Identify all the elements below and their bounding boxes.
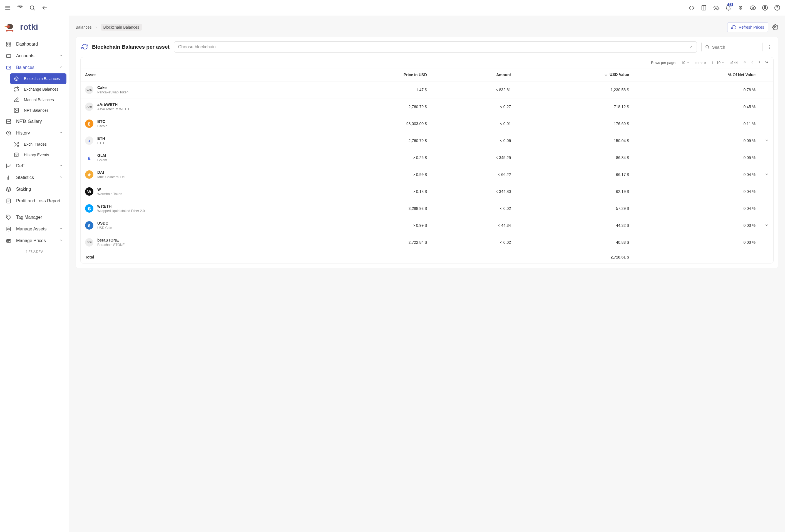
expand-row-button[interactable] — [764, 139, 769, 144]
sidebar-item-statistics[interactable]: Statistics — [2, 172, 67, 183]
refresh-icon[interactable] — [81, 43, 89, 51]
table-row[interactable]: ₿BTCBitcoin98,003.00 $< 0.01176.69 $0.11… — [81, 115, 773, 132]
cell-price: 98,003.00 $ — [319, 115, 431, 132]
asset-symbol: beraSTONE — [97, 238, 125, 243]
breadcrumb-current: Blockchain Balances — [101, 24, 142, 31]
col-expand — [760, 68, 773, 81]
asset-icon: ₿ — [85, 120, 94, 128]
asset-icon: ♦ — [85, 136, 94, 145]
sidebar-item-label: Manage Assets — [16, 227, 46, 231]
notifications-icon[interactable]: 13 — [725, 4, 732, 11]
cell-pct: 0.45 % — [633, 98, 760, 115]
nft-icon — [14, 107, 20, 113]
more-menu-icon[interactable]: ⋮ — [767, 45, 773, 50]
chart-line-icon — [5, 163, 12, 169]
col-price[interactable]: Price in USD — [319, 68, 431, 81]
table-row[interactable]: ǥGLMGolem> 0.25 $< 345.2586.84 $0.05 % — [81, 149, 773, 166]
col-usd[interactable]: USD Value — [515, 68, 633, 81]
currency-icon[interactable]: $ — [737, 4, 744, 11]
refresh-prices-button[interactable]: Refresh Prices — [727, 22, 768, 32]
expand-row-button[interactable] — [764, 224, 769, 228]
sidebar-item-balances[interactable]: Balances — [2, 62, 67, 73]
logo-text: rotki — [20, 22, 38, 32]
account-icon[interactable] — [762, 4, 768, 11]
cell-price: 1.47 $ — [319, 81, 431, 98]
cell-price: > 0.18 $ — [319, 183, 431, 200]
cell-pct: 0.03 % — [633, 234, 760, 251]
cell-amount: < 44.34 — [431, 217, 515, 234]
shuffle-icon — [14, 141, 20, 147]
back-icon[interactable] — [41, 4, 48, 11]
sidebar-item-nft-balances[interactable]: NFT Balances — [10, 105, 67, 116]
sidebar-item-label: DeFi — [16, 163, 26, 169]
asset-symbol: Cake — [97, 85, 128, 90]
sidebar-item-history-events[interactable]: History Events — [10, 150, 67, 160]
expand-row-button[interactable] — [764, 173, 769, 177]
sidebar-item-defi[interactable]: DeFi — [2, 160, 67, 172]
search-box[interactable] — [701, 42, 762, 52]
settings-icon[interactable] — [772, 24, 778, 30]
sidebar-item-exchange-balances[interactable]: Exchange Balances — [10, 84, 67, 95]
breadcrumb-root[interactable]: Balances — [76, 25, 92, 29]
search-icon[interactable] — [29, 4, 35, 11]
pager-first-button[interactable] — [743, 60, 747, 65]
menu-icon[interactable] — [4, 4, 11, 11]
book-icon[interactable] — [701, 4, 707, 11]
wallet-icon — [5, 53, 12, 59]
sidebar-item-label: Balances — [16, 65, 34, 70]
visibility-icon[interactable] — [750, 4, 756, 11]
items-range-dropdown[interactable]: 1 - 10 — [711, 60, 725, 65]
breadcrumb: Balances Blockchain Balances — [76, 24, 142, 31]
rows-per-page-dropdown[interactable]: 10 — [681, 60, 689, 65]
col-pct[interactable]: % Of Net Value — [633, 68, 760, 81]
search-input[interactable] — [712, 45, 759, 49]
col-amount[interactable]: Amount — [431, 68, 515, 81]
sidebar-item-manual-balances[interactable]: Manual Balances — [10, 95, 67, 105]
help-icon[interactable] — [774, 4, 781, 11]
events-icon — [14, 152, 20, 158]
sidebar-item-manage-prices[interactable]: Manage Prices — [2, 235, 67, 247]
svg-rect-36 — [7, 45, 8, 46]
logo[interactable]: rotki — [2, 18, 67, 39]
cell-price: 2,760.79 $ — [319, 98, 431, 115]
asset-name: Wrapped liquid staked Ether 2.0 — [97, 209, 145, 213]
table-row[interactable]: ♦ETHETH2,760.79 $< 0.06150.04 $0.09 % — [81, 132, 773, 149]
table-row[interactable]: BERberaSTONEBerachain STONE2,722.84 $< 0… — [81, 234, 773, 251]
sidebar-item-pnl[interactable]: Profit and Loss Report — [2, 195, 67, 207]
theme-icon[interactable] — [713, 4, 719, 11]
stats-icon — [5, 175, 12, 181]
svg-point-59 — [7, 227, 10, 228]
asset-name: Golem — [97, 158, 107, 162]
table-row[interactable]: ◐wstETHWrapped liquid staked Ether 2.03,… — [81, 200, 773, 217]
table-row[interactable]: CAKCakePancakeSwap Token1.47 $< 832.611,… — [81, 81, 773, 98]
pager-last-button[interactable] — [764, 60, 769, 65]
sidebar-item-label: Manage Prices — [16, 238, 46, 243]
cell-pct: 0.11 % — [633, 115, 760, 132]
blockchain-dropdown[interactable]: Choose blockchain — [174, 42, 697, 53]
sidebar-item-exch-trades[interactable]: Exch. Trades — [10, 139, 67, 150]
table-row[interactable]: ◈DAIMulti Collateral Dai> 0.99 $< 66.226… — [81, 166, 773, 183]
sidebar-item-accounts[interactable]: Accounts — [2, 50, 67, 62]
pager-prev-button[interactable] — [750, 60, 754, 65]
tag-icon — [5, 214, 12, 221]
table-row[interactable]: AARaArbWETHAave Arbitrum WETH2,760.79 $<… — [81, 98, 773, 115]
code-icon[interactable] — [688, 4, 695, 11]
cell-pct: 0.04 % — [633, 183, 760, 200]
sidebar-item-manage-assets[interactable]: Manage Assets — [2, 223, 67, 235]
sidebar-item-blockchain-balances[interactable]: Blockchain Balances — [10, 73, 67, 84]
asset-name: USD Coin — [97, 226, 112, 230]
sidebar-item-staking[interactable]: Staking — [2, 183, 67, 195]
col-asset[interactable]: Asset — [81, 68, 319, 81]
sidebar-item-history[interactable]: History — [2, 127, 67, 139]
privacy-icon[interactable] — [17, 4, 23, 11]
sidebar-item-nfts-gallery[interactable]: NFTs Gallery — [2, 116, 67, 127]
sidebar-item-dashboard[interactable]: Dashboard — [2, 39, 67, 50]
sidebar-item-label: Exchange Balances — [24, 87, 58, 92]
svg-point-41 — [15, 77, 18, 80]
pager-next-button[interactable] — [757, 60, 762, 65]
sidebar-item-tag-manager[interactable]: Tag Manager — [2, 211, 67, 223]
chevron-up-icon — [59, 65, 63, 70]
svg-rect-34 — [9, 42, 11, 44]
table-row[interactable]: $USDCUSD Coin> 0.99 $< 44.3444.32 $0.03 … — [81, 217, 773, 234]
table-row[interactable]: WWWormhole Token> 0.18 $< 344.8062.19 $0… — [81, 183, 773, 200]
